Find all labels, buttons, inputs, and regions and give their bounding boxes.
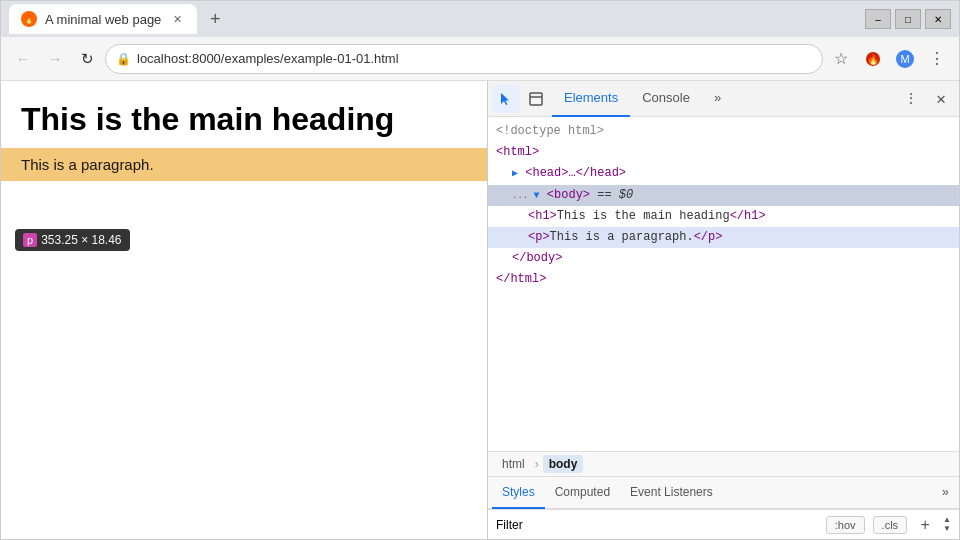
url-text: localhost:8000/examples/example-01-01.ht… [137,51,812,66]
html-line-h1[interactable]: <h1>This is the main heading</h1> [488,206,959,227]
bookmark-button[interactable]: ☆ [827,45,855,73]
devtools-filter-bar: Filter :hov .cls + ▲ ▼ [488,509,959,539]
bottom-tab-styles[interactable]: Styles [492,477,545,509]
close-button[interactable]: ✕ [925,9,951,29]
tab-title: A minimal web page [45,12,161,27]
profile-button[interactable]: M [891,45,919,73]
filter-add-button[interactable]: + [915,515,935,535]
filter-arrow-down[interactable]: ▼ [943,525,951,533]
devtools-inspect-icon[interactable] [522,85,550,113]
devtools-bottom-tabs: Styles Computed Event Listeners » [488,477,959,509]
title-bar: 🔥 A minimal web page ✕ + – □ ✕ [1,1,959,37]
nav-bar: ← → ↻ 🔒 localhost:8000/examples/example-… [1,37,959,81]
bottom-tabs-more[interactable]: » [936,486,955,500]
new-tab-button[interactable]: + [201,5,229,33]
devtools-options-button[interactable]: ⋮ [897,85,925,113]
tab-elements[interactable]: Elements [552,81,630,117]
svg-rect-6 [530,93,542,105]
reload-button[interactable]: ↻ [73,45,101,73]
html-line-doctype[interactable]: <!doctype html> [488,121,959,142]
tooltip-size: 353.25 × 18.46 [41,233,121,247]
filter-cls-button[interactable]: .cls [873,516,908,534]
filter-input[interactable] [531,518,818,532]
content-area: p 353.25 × 18.46 This is the main headin… [1,81,959,539]
page-heading: This is the main heading [1,81,487,148]
tooltip-tag: p [23,233,37,247]
devtools-panel: Elements Console » ⋮ ✕ <!doctype html> <… [487,81,959,539]
html-line-body[interactable]: ... ▼ <body> == $0 [488,185,959,206]
minimize-button[interactable]: – [865,9,891,29]
forward-button[interactable]: → [41,45,69,73]
paragraph-text: This is a paragraph. [1,148,487,181]
devtools-tabs: Elements Console » [552,81,733,117]
maximize-button[interactable]: □ [895,9,921,29]
extension-button[interactable]: 🔥 [859,45,887,73]
devtools-breadcrumb: html › body [488,451,959,477]
filter-arrow-up[interactable]: ▲ [943,516,951,524]
menu-button[interactable]: ⋮ [923,45,951,73]
filter-hov-button[interactable]: :hov [826,516,865,534]
bottom-tab-event-listeners[interactable]: Event Listeners [620,477,723,509]
html-line-p[interactable]: <p>This is a paragraph.</p> [488,227,959,248]
filter-label: Filter [496,518,523,532]
devtools-close-button[interactable]: ✕ [927,85,955,113]
browser-tab[interactable]: 🔥 A minimal web page ✕ [9,4,197,34]
svg-text:🔥: 🔥 [24,14,34,24]
breadcrumb-html[interactable]: html [496,455,531,473]
devtools-toolbar: Elements Console » ⋮ ✕ [488,81,959,117]
html-line-html[interactable]: <html> [488,142,959,163]
window-controls: – □ ✕ [865,9,951,29]
html-line-html-close[interactable]: </html> [488,269,959,290]
tab-close-button[interactable]: ✕ [169,11,185,27]
svg-text:M: M [900,53,909,65]
devtools-elements-panel[interactable]: <!doctype html> <html> ▶ <head>…</head> … [488,117,959,451]
html-line-head[interactable]: ▶ <head>…</head> [488,163,959,184]
bottom-tab-computed[interactable]: Computed [545,477,620,509]
address-bar[interactable]: 🔒 localhost:8000/examples/example-01-01.… [105,44,823,74]
devtools-cursor-icon[interactable] [492,85,520,113]
browser-window: 🔥 A minimal web page ✕ + – □ ✕ ← → ↻ 🔒 l… [0,0,960,540]
html-line-body-close[interactable]: </body> [488,248,959,269]
breadcrumb-body[interactable]: body [543,455,584,473]
secure-icon: 🔒 [116,52,131,66]
tab-more[interactable]: » [702,81,733,117]
tab-favicon: 🔥 [21,11,37,27]
element-tooltip: p 353.25 × 18.46 [15,229,130,251]
filter-arrows: ▲ ▼ [943,516,951,533]
svg-text:🔥: 🔥 [867,53,880,66]
tab-console[interactable]: Console [630,81,702,117]
paragraph-block: This is a paragraph. [1,148,487,181]
back-button[interactable]: ← [9,45,37,73]
webpage-preview: p 353.25 × 18.46 This is the main headin… [1,81,487,539]
